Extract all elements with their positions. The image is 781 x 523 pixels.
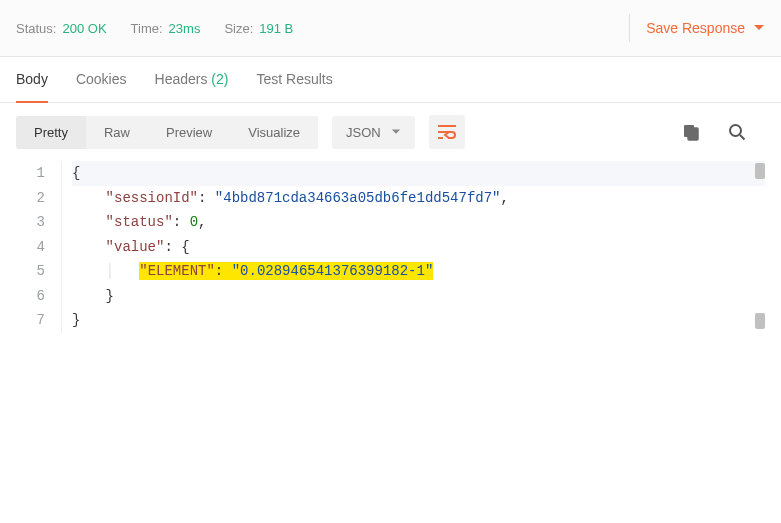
code-line-2: "sessionId": "4bbd871cda34663a05db6fe1dd… bbox=[72, 186, 765, 211]
save-response-dropdown[interactable]: Save Response bbox=[646, 20, 765, 36]
json-key: "ELEMENT" bbox=[139, 263, 215, 279]
view-visualize-label: Visualize bbox=[248, 125, 300, 140]
svg-rect-2 bbox=[688, 128, 698, 140]
tab-headers[interactable]: Headers (2) bbox=[155, 57, 229, 103]
brace-open: { bbox=[72, 165, 80, 181]
body-toolbar: Pretty Raw Preview Visualize JSON bbox=[0, 103, 781, 161]
view-raw-button[interactable]: Raw bbox=[86, 116, 148, 149]
time-label: Time: bbox=[131, 21, 163, 36]
view-raw-label: Raw bbox=[104, 125, 130, 140]
view-mode-group: Pretty Raw Preview Visualize bbox=[16, 116, 318, 149]
time-value: 23ms bbox=[169, 21, 201, 36]
chevron-down-icon bbox=[753, 22, 765, 34]
line-number: 6 bbox=[0, 284, 51, 309]
code-line-3: "status": 0, bbox=[72, 210, 765, 235]
status-group: Status: 200 OK bbox=[16, 21, 107, 36]
response-body: 1 2 3 4 5 6 7 { "sessionId": "4bbd871cda… bbox=[0, 161, 781, 333]
size-label: Size: bbox=[224, 21, 253, 36]
copy-icon bbox=[682, 123, 700, 141]
brace-open: { bbox=[181, 239, 189, 255]
json-key: "sessionId" bbox=[106, 190, 198, 206]
line-number: 5 bbox=[0, 259, 51, 284]
brace-close: } bbox=[72, 312, 80, 328]
json-key: "status" bbox=[106, 214, 173, 230]
scrollbar-thumb[interactable] bbox=[755, 313, 765, 329]
chevron-down-icon bbox=[391, 127, 401, 137]
json-string: "0.028946541376399182-1" bbox=[232, 263, 434, 279]
tab-headers-label: Headers bbox=[155, 71, 208, 87]
search-button[interactable] bbox=[719, 115, 755, 149]
comma: , bbox=[198, 214, 206, 230]
view-pretty-label: Pretty bbox=[34, 125, 68, 140]
code-line-7: } bbox=[72, 308, 765, 333]
brace-close: } bbox=[106, 288, 114, 304]
code-line-4: "value": { bbox=[72, 235, 765, 260]
divider bbox=[629, 14, 630, 42]
line-number: 2 bbox=[0, 186, 51, 211]
tab-body[interactable]: Body bbox=[16, 57, 48, 103]
tab-body-label: Body bbox=[16, 71, 48, 87]
line-number: 4 bbox=[0, 235, 51, 260]
line-gutter: 1 2 3 4 5 6 7 bbox=[0, 161, 62, 333]
view-visualize-button[interactable]: Visualize bbox=[230, 116, 318, 149]
tab-cookies[interactable]: Cookies bbox=[76, 57, 127, 103]
colon: : bbox=[198, 190, 206, 206]
view-preview-button[interactable]: Preview bbox=[148, 116, 230, 149]
svg-point-3 bbox=[730, 125, 741, 136]
wrap-lines-button[interactable] bbox=[429, 115, 465, 149]
view-preview-label: Preview bbox=[166, 125, 212, 140]
size-value: 191 B bbox=[259, 21, 293, 36]
comma: , bbox=[501, 190, 509, 206]
tab-test-results-label: Test Results bbox=[256, 71, 332, 87]
format-dropdown[interactable]: JSON bbox=[332, 116, 415, 149]
json-string: "4bbd871cda34663a05db6fe1dd547fd7" bbox=[215, 190, 501, 206]
tab-cookies-label: Cookies bbox=[76, 71, 127, 87]
json-number: 0 bbox=[190, 214, 198, 230]
format-label: JSON bbox=[346, 125, 381, 140]
scrollbar-thumb[interactable] bbox=[755, 163, 765, 179]
response-tabs: Body Cookies Headers (2) Test Results bbox=[0, 57, 781, 103]
time-group: Time: 23ms bbox=[131, 21, 201, 36]
line-number: 1 bbox=[0, 161, 51, 186]
save-response-label: Save Response bbox=[646, 20, 745, 36]
json-key: "value" bbox=[106, 239, 165, 255]
line-number: 3 bbox=[0, 210, 51, 235]
tab-headers-count: (2) bbox=[211, 71, 228, 87]
status-bar: Status: 200 OK Time: 23ms Size: 191 B Sa… bbox=[0, 0, 781, 57]
status-label: Status: bbox=[16, 21, 56, 36]
tab-test-results[interactable]: Test Results bbox=[256, 57, 332, 103]
search-icon bbox=[728, 123, 746, 141]
highlight: "ELEMENT": "0.028946541376399182-1" bbox=[139, 262, 433, 280]
colon: : bbox=[164, 239, 172, 255]
wrap-icon bbox=[437, 124, 457, 140]
code-line-1: { bbox=[72, 161, 765, 186]
size-group: Size: 191 B bbox=[224, 21, 293, 36]
line-number: 7 bbox=[0, 308, 51, 333]
colon: : bbox=[215, 263, 223, 279]
code-lines[interactable]: { "sessionId": "4bbd871cda34663a05db6fe1… bbox=[62, 161, 765, 333]
view-pretty-button[interactable]: Pretty bbox=[16, 116, 86, 149]
code-line-5: │ "ELEMENT": "0.028946541376399182-1" bbox=[72, 259, 765, 284]
colon: : bbox=[173, 214, 181, 230]
copy-button[interactable] bbox=[673, 115, 709, 149]
status-value: 200 OK bbox=[62, 21, 106, 36]
code-line-6: } bbox=[72, 284, 765, 309]
